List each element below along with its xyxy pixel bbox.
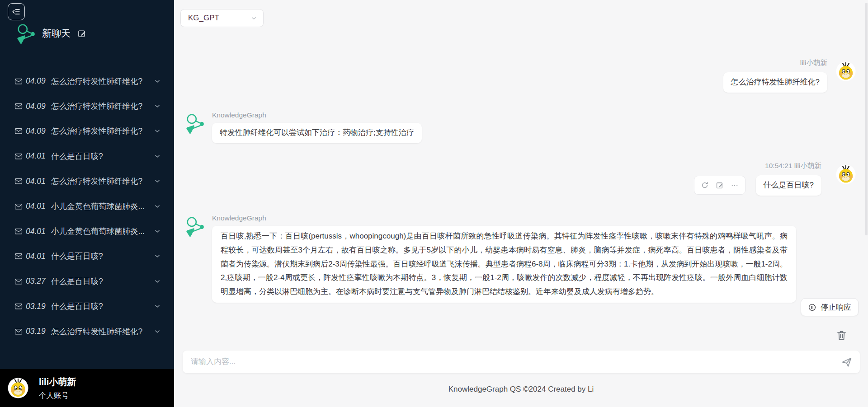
user-name: lili小萌新 [39,376,76,388]
envelope-icon [14,302,23,311]
message-meta: lili小萌新 [800,58,827,68]
history-title: 怎么治疗特发性肺纤维化? [51,126,150,136]
history-title: 怎么治疗特发性肺纤维化? [51,326,150,337]
sidebar-history-item[interactable]: 04.09怎么治疗特发性肺纤维化? [0,69,174,94]
chevron-down-icon [250,14,258,22]
sidebar-history-item[interactable]: 04.01怎么治疗特发性肺纤维化? [0,169,174,194]
refresh-icon[interactable] [701,181,709,189]
message-user: 10:54:21 lili小萌新 什么是百日咳? [694,161,821,196]
avatar-knowledgegraph [184,215,205,237]
trash-icon [835,329,848,342]
message-actions-toolbar [694,176,745,195]
history-title: 什么是百日咳? [51,276,150,287]
history-date: 03.19 [26,327,48,336]
chat-history-list: 04.09怎么治疗特发性肺纤维化?04.09怎么治疗特发性肺纤维化?04.09怎… [0,69,174,369]
envelope-icon [14,327,23,336]
edit-pencil-icon[interactable] [77,29,86,38]
message-meta: 10:54:21 lili小萌新 [765,161,821,171]
history-title: 什么是百日咳? [51,301,150,312]
new-chat-button[interactable]: 新聊天 [15,23,86,44]
chevron-down-icon[interactable] [153,227,161,235]
edit-icon[interactable] [716,181,724,189]
sidebar-history-item[interactable]: 03.19怎么治疗特发性肺纤维化? [0,319,174,344]
user-avatar-duck [8,378,28,398]
sidebar: 新聊天 04.09怎么治疗特发性肺纤维化?04.09怎么治疗特发性肺纤维化?04… [0,0,174,407]
chevron-down-icon[interactable] [153,302,161,310]
sidebar-history-item[interactable]: 04.01什么是百日咳? [0,244,174,269]
user-info: lili小萌新 个人账号 [39,376,76,401]
user-account-type: 个人账号 [39,391,76,401]
envelope-icon [14,277,23,286]
chevron-down-icon[interactable] [153,327,161,336]
chevron-down-icon[interactable] [153,277,161,285]
history-title: 小儿金黄色葡萄球菌肺炎... [51,226,150,237]
send-button[interactable] [840,356,853,368]
message-user: lili小萌新 怎么治疗特发性肺纤维化? [723,58,827,93]
history-date: 04.01 [26,151,48,161]
envelope-icon [14,77,23,86]
avatar-duck [836,164,856,184]
envelope-icon [14,252,23,261]
sidebar-history-item[interactable]: 03.19什么是百日咳? [0,294,174,319]
history-date: 03.27 [26,276,48,286]
footer-credits: KnowledgeGraph QS ©2024 Created by Li [174,385,868,394]
history-title: 什么是百日咳? [51,251,150,262]
history-date: 04.09 [26,76,48,86]
chevron-down-icon[interactable] [153,102,161,110]
chevron-down-icon[interactable] [153,177,161,185]
sidebar-history-item[interactable]: 04.01小儿金黄色葡萄球菌肺炎... [0,219,174,243]
envelope-icon [14,227,23,236]
chevron-down-icon[interactable] [153,152,161,160]
chat-area: KG_GPT lili小萌新 怎么治疗特发性肺纤维化? KnowledgeGra… [174,0,868,407]
history-title: 怎么治疗特发性肺纤维化? [51,101,150,112]
sidebar-history-item[interactable]: 04.01什么是百日咳? [0,144,174,168]
chevron-down-icon[interactable] [153,77,161,85]
history-title: 什么是百日咳? [51,151,150,162]
user-profile[interactable]: lili小萌新 个人账号 [0,369,174,407]
stop-response-button[interactable]: 停止响应 [801,298,859,316]
bot-name: KnowledgeGraph [212,111,422,119]
send-plane-icon [840,356,853,368]
chevron-down-icon[interactable] [153,202,161,211]
chevron-down-icon[interactable] [153,127,161,135]
message-bubble: 百日咳,熟悉一下：百日咳(pertussis，whoopingcough)是由百… [212,226,796,303]
stop-response-label: 停止响应 [821,302,851,313]
message-bot: KnowledgeGraph 特发性肺纤维化可以尝试如下治疗：药物治疗;支持性治… [212,111,422,143]
history-date: 04.01 [26,177,48,186]
envelope-icon [14,152,23,161]
chevron-down-icon[interactable] [153,252,161,260]
envelope-icon [14,126,23,136]
history-title: 怎么治疗特发性肺纤维化? [51,76,150,87]
history-date: 03.19 [26,302,48,311]
history-date: 04.01 [26,227,48,236]
sidebar-history-item[interactable]: 04.09怎么治疗特发性肺纤维化? [0,119,174,144]
app-root: 新聊天 04.09怎么治疗特发性肺纤维化?04.09怎么治疗特发性肺纤维化?04… [0,0,868,407]
envelope-icon [14,177,23,186]
sidebar-history-item[interactable]: 03.27什么是百日咳? [0,269,174,294]
avatar-knowledgegraph [184,112,205,134]
history-date: 04.01 [26,252,48,261]
envelope-icon [14,202,23,211]
clear-chat-button[interactable] [835,329,848,342]
ellipsis-icon[interactable] [731,181,739,189]
sidebar-collapse-button[interactable] [8,3,25,20]
envelope-icon [14,102,23,111]
pause-circle-icon [808,303,816,312]
bot-name: KnowledgeGraph [212,214,796,222]
collapse-panel-icon [11,7,21,17]
message-bubble: 什么是百日咳? [756,175,821,196]
message-bubble: 怎么治疗特发性肺纤维化? [723,72,827,93]
message-bot: KnowledgeGraph 百日咳,熟悉一下：百日咳(pertussis，wh… [212,214,796,303]
avatar-duck [836,61,856,81]
sidebar-history-item[interactable]: 04.09怎么治疗特发性肺纤维化? [0,94,174,118]
scrollbar-thumb[interactable] [865,3,868,235]
history-title: 小儿金黄色葡萄球菌肺炎... [51,201,150,212]
model-selector-value: KG_GPT [188,14,219,23]
composer [183,351,860,373]
sidebar-history-item[interactable]: 04.01小儿金黄色葡萄球菌肺炎... [0,194,174,219]
message-input[interactable] [190,357,835,367]
history-date: 04.09 [26,126,48,136]
model-selector[interactable]: KG_GPT [180,9,264,27]
history-title: 怎么治疗特发性肺纤维化? [51,176,150,187]
history-date: 04.01 [26,201,48,211]
